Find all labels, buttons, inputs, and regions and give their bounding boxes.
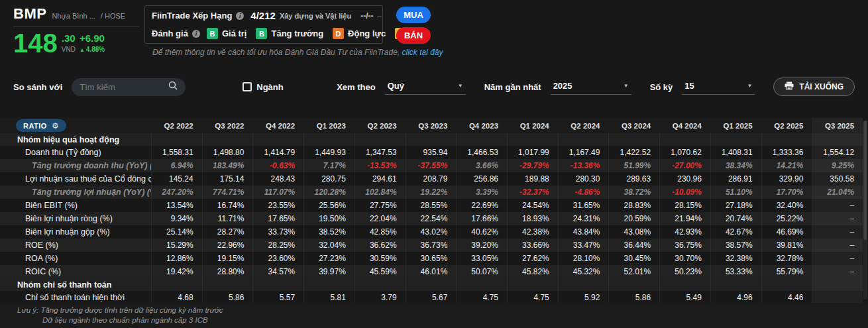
table-cell: 19.42% — [151, 265, 202, 278]
periods-select[interactable]: 15 ▼ — [682, 79, 755, 95]
table-cell: 28.80% — [202, 265, 253, 278]
table-cell: 25.14% — [151, 225, 202, 239]
table-cell: 3.79 — [354, 291, 406, 303]
table-cell: 43.02% — [406, 225, 457, 239]
row-label: Nhóm chỉ số thanh toán — [0, 280, 151, 290]
search-box[interactable] — [72, 78, 186, 96]
row-label: ROIC (%) — [0, 267, 151, 276]
table-cell: 32.04% — [303, 239, 354, 252]
table-cell: – — [812, 265, 863, 278]
table-cell: 1,422.52 — [608, 146, 659, 159]
ticker-symbol: BMP — [13, 5, 46, 23]
footnote: Lưu ý: Tăng trưởng được tính trên dữ liệ… — [0, 303, 868, 328]
table-cell — [252, 133, 303, 146]
ratio-title: RATIO — [23, 122, 47, 130]
table-cell: 1,558.31 — [151, 146, 202, 159]
table-cell: 27.75% — [354, 199, 406, 212]
table-row: Tăng trưởng doanh thu (YoY) (%)6.94%183.… — [0, 159, 863, 172]
row-label: Tăng trưởng doanh thu (YoY) (%) — [0, 161, 151, 170]
table-cell: 50.07% — [456, 265, 507, 278]
table-cell — [761, 133, 812, 146]
table-cell: 39.20% — [456, 239, 507, 252]
table-cell — [608, 278, 659, 291]
table-cell: – — [812, 212, 863, 225]
table-cell: -37.55% — [406, 159, 457, 172]
row-label: ROA (%) — [0, 254, 151, 263]
info-icon[interactable]: i — [236, 12, 244, 20]
ratio-table: RATIO ⚙ Q2 2022Q3 2022Q4 2022Q1 2023Q2 2… — [0, 118, 868, 303]
toolbar: So sánh với Ngành Xem theo Quý ▼ Năm gần… — [13, 77, 855, 97]
table-row: Lợi nhuận sau thuế của Cổ đông công...14… — [0, 172, 863, 186]
table-cell — [507, 278, 558, 291]
table-cell: 28.83% — [608, 199, 659, 212]
table-cell: 16.74% — [202, 199, 253, 212]
table-cell: 1,408.31 — [710, 146, 761, 159]
scrollbar-thumb[interactable] — [863, 121, 867, 240]
exchange-name: / HOSE — [101, 12, 125, 20]
promo-link[interactable]: click tại đây — [402, 48, 443, 57]
price-value: 148 — [13, 30, 58, 56]
grade-badge: D — [333, 28, 344, 39]
currency-label: VND — [62, 46, 76, 53]
table-cell: 4.75 — [456, 291, 507, 303]
table-cell: 5.67 — [406, 291, 457, 303]
table-cell: 28.27% — [202, 225, 253, 239]
row-label: Doanh thu (Tỷ đồng) — [0, 148, 151, 157]
info-icon[interactable]: i — [192, 30, 200, 38]
table-cell: 34.57% — [252, 265, 303, 278]
table-cell: 329.90 — [761, 172, 812, 186]
table-cell: 286.91 — [710, 172, 761, 186]
table-cell — [406, 133, 457, 146]
table-row: Biên EBIT (%)13.54%16.74%23.55%25.56%27.… — [0, 199, 863, 212]
table-cell: 1,347.53 — [354, 146, 406, 159]
table-cell: 14.21% — [761, 159, 812, 172]
table-cell — [608, 133, 659, 146]
buy-button[interactable]: MUA — [396, 7, 431, 23]
table-cell: 117.07% — [252, 186, 303, 199]
view-by-select[interactable]: Quý ▼ — [385, 79, 466, 95]
table-cell — [710, 133, 761, 146]
table-cell: 11.71% — [202, 212, 253, 225]
table-cell: 38.34% — [710, 159, 761, 172]
table-cell: 5.49 — [659, 291, 710, 303]
table-cell: – — [812, 252, 863, 265]
sector-name: Xây dựng và Vật liệu — [280, 12, 351, 20]
search-icon[interactable] — [168, 81, 178, 93]
table-row: ROE (%)15.29%22.96%28.25%32.04%36.62%36.… — [0, 239, 863, 252]
table-row: Biên lợi nhuận gộp (%)25.14%28.27%33.73%… — [0, 225, 863, 239]
table-cell: 3.39% — [456, 186, 507, 199]
table-cell: 1,554.12 — [812, 146, 863, 159]
table-cell: 30.70% — [659, 252, 710, 265]
table-cell: -32.37% — [507, 186, 558, 199]
sector-checkbox-wrap[interactable]: Ngành — [243, 82, 283, 92]
gear-icon[interactable]: ⚙ — [52, 122, 59, 130]
row-label: Biên EBIT (%) — [0, 201, 151, 210]
table-cell — [761, 278, 812, 291]
table-cell: 1,414.79 — [252, 146, 303, 159]
grade-badge-label: Giá trị — [222, 28, 247, 38]
table-cell: 45.59% — [354, 265, 406, 278]
table-cell: 39.97% — [303, 265, 354, 278]
page-header: BMP Nhựa Bình ... / HOSE 148 .30 VND +6.… — [0, 0, 868, 72]
table-cell: – — [812, 199, 863, 212]
scrollbar[interactable] — [863, 121, 867, 300]
table-cell — [507, 133, 558, 146]
ratio-settings-pill[interactable]: RATIO ⚙ — [16, 119, 66, 132]
table-cell: 33.47% — [558, 239, 609, 252]
table-cell: 31.65% — [558, 199, 609, 212]
search-input[interactable] — [80, 82, 159, 92]
row-label: Tăng trưởng lợi nhuận (YoY) (%) — [0, 188, 151, 197]
table-cell: 40.62% — [456, 225, 507, 239]
table-cell: 294.61 — [354, 172, 406, 186]
table-cell: 1,466.53 — [456, 146, 507, 159]
table-cell: 248.43 — [252, 172, 303, 186]
row-label: Chỉ số thanh toán hiện thời — [0, 293, 151, 302]
column-header: Q2 2023 — [354, 118, 406, 133]
table-cell: 17.66% — [456, 212, 507, 225]
table-cell — [354, 278, 406, 291]
sell-button[interactable]: BÁN — [396, 27, 431, 44]
table-cell: 5.81 — [303, 291, 354, 303]
download-button[interactable]: TẢI XUỐNG — [773, 78, 855, 96]
sector-checkbox[interactable] — [243, 82, 252, 91]
recent-year-select[interactable]: 2025 ▼ — [551, 79, 631, 95]
